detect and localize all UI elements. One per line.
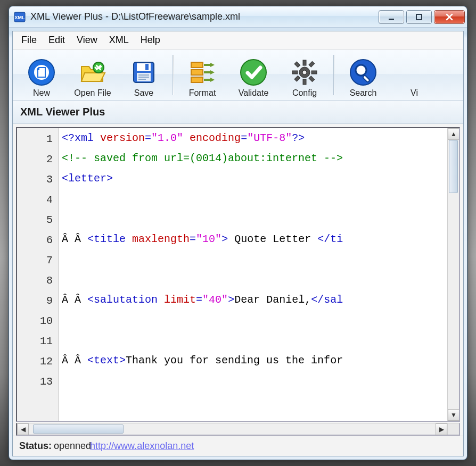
line-number: 7 xyxy=(17,251,58,271)
hscroll-track[interactable] xyxy=(29,423,436,435)
horizontal-scrollbar[interactable]: ◀ ▶ xyxy=(16,423,460,436)
line-number: 5 xyxy=(17,210,58,230)
code-line[interactable] xyxy=(62,371,447,391)
line-gutter: 12345678910111213 xyxy=(17,128,59,421)
line-number: 11 xyxy=(17,331,58,352)
line-number: 13 xyxy=(17,372,58,392)
toolbar: NewOpen FileSaveFormatValidateConfigSear… xyxy=(13,49,463,101)
new-label: New xyxy=(33,88,50,98)
save-button[interactable]: Save xyxy=(118,52,169,98)
line-number: 3 xyxy=(17,170,58,190)
scroll-corner xyxy=(447,423,459,435)
save-icon xyxy=(129,57,159,87)
svg-point-19 xyxy=(302,70,307,74)
svg-rect-24 xyxy=(294,62,300,68)
minimize-button[interactable] xyxy=(379,10,404,24)
code-line[interactable]: <?xml version="1.0" encoding="UTF-8"?> xyxy=(62,128,447,148)
vscroll-thumb[interactable] xyxy=(449,140,458,193)
new-button[interactable]: New xyxy=(16,52,67,98)
svg-rect-14 xyxy=(191,62,203,68)
line-number: 8 xyxy=(17,271,58,291)
scroll-left-button[interactable]: ◀ xyxy=(17,423,29,435)
line-number: 9 xyxy=(17,291,58,311)
config-button[interactable]: Config xyxy=(279,52,330,98)
menu-help[interactable]: Help xyxy=(137,34,163,47)
status-value: openned xyxy=(54,440,91,452)
code-line[interactable] xyxy=(62,330,447,351)
app-icon: XML xyxy=(13,11,26,23)
line-number: 2 xyxy=(17,149,58,170)
svg-point-29 xyxy=(356,65,366,76)
menu-file[interactable]: File xyxy=(18,34,40,47)
save-label: Save xyxy=(134,88,153,98)
openfile-button[interactable]: Open File xyxy=(67,52,118,98)
code-line[interactable]: Â Â <text>Thank you for sending us the i… xyxy=(62,351,447,371)
editor-box: 12345678910111213 <?xml version="1.0" en… xyxy=(16,127,460,422)
code-line[interactable] xyxy=(62,270,447,290)
close-button[interactable] xyxy=(434,10,465,24)
editor-area: 12345678910111213 <?xml version="1.0" en… xyxy=(13,124,463,436)
svg-rect-16 xyxy=(191,77,203,82)
svg-rect-13 xyxy=(138,79,146,80)
validate-button[interactable]: Validate xyxy=(228,52,279,98)
status-bar: Status: openned http://www.alexnolan.net xyxy=(13,436,463,456)
vscroll-track[interactable] xyxy=(448,140,459,409)
open-icon xyxy=(78,57,108,87)
new-icon xyxy=(27,57,56,87)
config-icon xyxy=(290,57,319,87)
openfile-label: Open File xyxy=(74,88,111,98)
client-area: FileEditViewXMLHelp NewOpen FileSaveForm… xyxy=(12,31,464,456)
svg-rect-20 xyxy=(303,60,306,65)
svg-rect-2 xyxy=(389,19,394,20)
validate-icon xyxy=(239,57,268,87)
code-line[interactable]: <!-- saved from url=(0014)about:internet… xyxy=(62,148,447,169)
window-controls xyxy=(379,10,465,24)
svg-rect-3 xyxy=(416,14,422,20)
svg-rect-26 xyxy=(309,61,315,67)
line-number: 6 xyxy=(17,230,58,251)
svg-rect-15 xyxy=(191,70,203,75)
code-line[interactable]: Â Â <salutation limit="40">Dear Daniel,<… xyxy=(62,290,447,310)
code-line[interactable] xyxy=(62,310,447,330)
code-content[interactable]: <?xml version="1.0" encoding="UTF-8"?><!… xyxy=(59,128,447,391)
line-number: 10 xyxy=(17,311,58,331)
app-window: XML XML Viewer Plus - D:\ListOfFreeware\… xyxy=(9,6,467,460)
toolbar-separator xyxy=(333,55,334,95)
code-viewport[interactable]: <?xml version="1.0" encoding="UTF-8"?><!… xyxy=(59,128,447,421)
code-line[interactable] xyxy=(62,249,447,270)
svg-rect-21 xyxy=(303,79,306,85)
svg-rect-27 xyxy=(294,76,300,81)
view-button[interactable]: Vi xyxy=(389,52,440,98)
code-line[interactable]: <letter> xyxy=(62,169,447,189)
code-line[interactable]: Â Â <title maxlength="10"> Quote Letter … xyxy=(62,229,447,249)
status-label: Status: xyxy=(19,440,52,452)
status-link[interactable]: http://www.alexnolan.net xyxy=(90,440,194,452)
svg-rect-8 xyxy=(137,63,151,71)
search-icon xyxy=(348,57,378,87)
vertical-scrollbar[interactable]: ▲ ▼ xyxy=(447,128,459,421)
code-line[interactable] xyxy=(62,189,447,209)
scroll-right-button[interactable]: ▶ xyxy=(436,423,447,435)
menu-edit[interactable]: Edit xyxy=(45,34,68,47)
maximize-button[interactable] xyxy=(406,10,432,24)
hscroll-thumb[interactable] xyxy=(33,425,124,434)
menu-view[interactable]: View xyxy=(73,34,101,47)
search-button[interactable]: Search xyxy=(338,52,389,98)
menu-xml[interactable]: XML xyxy=(106,34,132,47)
toolbar-separator xyxy=(173,55,174,95)
format-label: Format xyxy=(189,88,216,98)
line-number: 1 xyxy=(17,129,58,149)
titlebar[interactable]: XML XML Viewer Plus - D:\ListOfFreeware\… xyxy=(9,6,467,28)
svg-rect-22 xyxy=(292,71,298,74)
config-label: Config xyxy=(292,88,317,98)
format-button[interactable]: Format xyxy=(177,52,228,98)
window-title: XML Viewer Plus - D:\ListOfFreeware\samp… xyxy=(30,11,240,22)
search-label: Search xyxy=(350,88,377,98)
svg-point-17 xyxy=(241,60,266,85)
svg-rect-9 xyxy=(145,64,149,70)
scroll-up-button[interactable]: ▲ xyxy=(448,128,459,140)
code-line[interactable] xyxy=(62,209,447,229)
sub-header: XML Viewer Plus xyxy=(13,101,463,124)
scroll-down-button[interactable]: ▼ xyxy=(448,409,459,421)
svg-rect-11 xyxy=(138,74,149,76)
